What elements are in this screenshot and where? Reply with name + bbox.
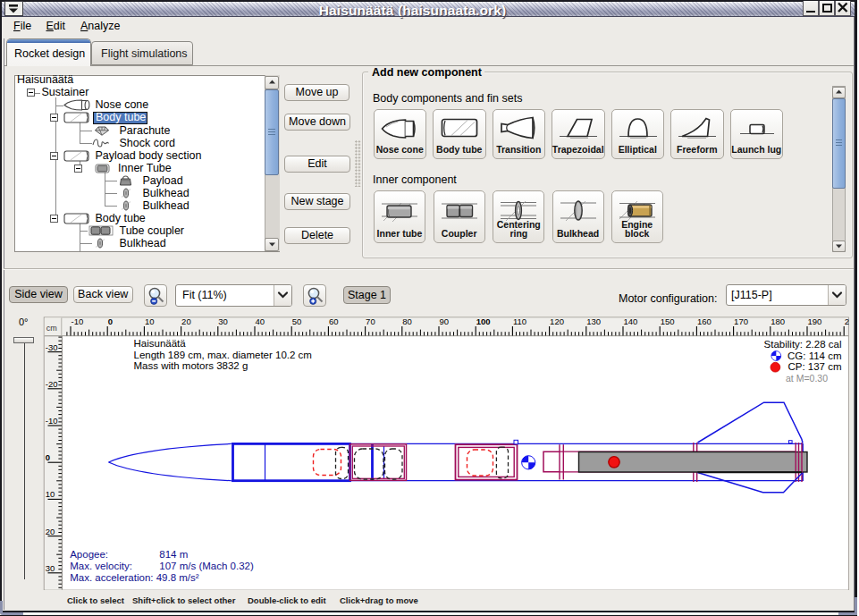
svg-text:Stability: 2.28 cal: Stability: 2.28 cal [763,339,841,350]
svg-text:140: 140 [623,316,637,326]
svg-text:150: 150 [660,316,674,326]
svg-text:20: 20 [181,316,191,326]
svg-text:110: 110 [512,316,526,326]
svg-text:cm: cm [46,323,56,332]
svg-text:40: 40 [255,316,265,326]
svg-text:Apogee:: Apogee: [70,548,108,559]
svg-text:190: 190 [807,316,821,326]
svg-text:30: 30 [218,316,228,326]
svg-text:CG: 114 cm: CG: 114 cm [787,350,842,360]
svg-text:200: 200 [844,316,849,326]
svg-text:Max. velocity:: Max. velocity: [70,560,132,570]
svg-text:Haisunäätä: Haisunäätä [133,337,186,348]
svg-text:Max. acceleration: 49.8 m/s²: Max. acceleration: 49.8 m/s² [70,571,199,582]
svg-text:0: 0 [45,452,49,462]
svg-text:50: 50 [291,316,301,326]
svg-text:10: 10 [144,316,154,326]
svg-text:-20: -20 [45,378,57,388]
svg-text:20: 20 [45,526,55,536]
svg-text:-30: -30 [45,342,57,351]
svg-text:120: 120 [550,316,564,326]
svg-text:107 m/s (Mach 0.32): 107 m/s (Mach 0.32) [159,560,254,570]
svg-text:70: 70 [366,316,375,326]
svg-text:Mass with motors 3832 g: Mass with motors 3832 g [133,359,248,370]
svg-text:160: 160 [696,316,711,326]
svg-text:170: 170 [734,316,748,326]
svg-text:130: 130 [586,316,601,326]
svg-text:180: 180 [771,316,785,326]
svg-text:CP: 137 cm: CP: 137 cm [787,361,841,372]
svg-text:10: 10 [45,489,55,499]
svg-text:Length 189 cm, max. diameter 1: Length 189 cm, max. diameter 10.2 cm [133,349,311,359]
svg-text:80: 80 [402,316,412,326]
svg-text:100: 100 [476,316,490,326]
svg-text:-10: -10 [45,415,57,425]
svg-text:30: 30 [45,562,55,572]
svg-text:0: 0 [107,316,112,326]
svg-text:at M=0.30: at M=0.30 [786,372,828,383]
svg-text:-10: -10 [71,316,83,326]
svg-text:90: 90 [439,316,449,326]
svg-text:60: 60 [328,316,338,326]
svg-text:814 m: 814 m [159,548,188,559]
